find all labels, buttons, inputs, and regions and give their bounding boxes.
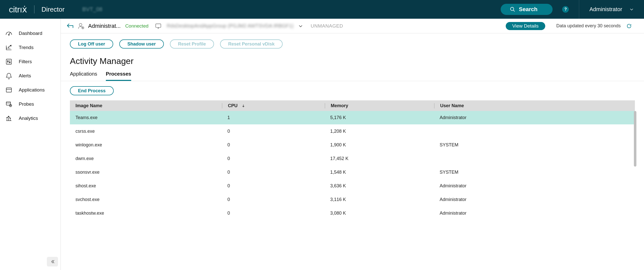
sidebar-item-label: Trends (19, 45, 33, 50)
cell-memory: 1,548 K (325, 170, 434, 175)
cell-user: Administrator (434, 183, 635, 189)
page-title: Activity Manager (61, 55, 644, 66)
col-cpu-label: CPU (228, 103, 238, 108)
cell-memory: 17,452 K (325, 156, 434, 161)
cell-cpu: 0 (222, 211, 325, 216)
sidebar-item-alerts[interactable]: Alerts (0, 69, 61, 83)
cell-memory: 3,116 K (325, 197, 434, 202)
chevron-down-icon (629, 7, 634, 12)
user-menu[interactable]: Administrator (579, 0, 644, 19)
svg-rect-4 (6, 88, 12, 92)
sidebar-item-probes[interactable]: Probes (0, 97, 61, 111)
search-label: Search (519, 6, 537, 13)
session-actions: Log Off user Shadow user Reset Profile R… (61, 33, 644, 55)
col-cpu[interactable]: CPU (222, 103, 325, 108)
cell-image: dwm.exe (70, 156, 222, 161)
sidebar-item-applications[interactable]: Applications (0, 83, 61, 97)
sidebar-item-label: Dashboard (19, 31, 42, 36)
resource-chevron[interactable] (298, 24, 303, 29)
process-table: Image Name CPU Memory User Name Teams.ex… (70, 100, 635, 220)
table-row[interactable]: winlogon.exe01,900 KSYSTEM (70, 138, 635, 152)
cell-image: csrss.exe (70, 129, 222, 134)
view-details-button[interactable]: View Details (506, 22, 545, 30)
table-row[interactable]: ssonsvr.exe01,548 KSYSTEM (70, 166, 635, 179)
cell-memory: 5,176 K (325, 115, 434, 120)
brand-divider (34, 5, 34, 13)
sidebar-item-label: Filters (19, 59, 32, 64)
search-button[interactable]: Search (501, 4, 553, 15)
col-user[interactable]: User Name (434, 103, 635, 108)
cell-memory: 1,208 K (325, 129, 434, 134)
brand-logo: citrıẋ (9, 4, 27, 14)
search-icon (510, 7, 515, 12)
reset-profile-button: Reset Profile (170, 39, 214, 49)
table-header: Image Name CPU Memory User Name (70, 100, 635, 111)
monitor-icon (152, 23, 162, 29)
user-icon (77, 22, 85, 30)
refresh-button[interactable] (626, 23, 632, 29)
svg-point-10 (79, 23, 82, 26)
context-ribbon: Administrat... Connected RdsDesktopAndAp… (61, 19, 644, 33)
cell-memory: 3,636 K (325, 183, 434, 189)
help-button[interactable]: ? (562, 6, 569, 13)
cell-user: SYSTEM (434, 142, 635, 148)
cell-image: taskhostw.exe (70, 211, 222, 216)
col-image[interactable]: Image Name (70, 103, 222, 108)
cell-cpu: 0 (222, 142, 325, 148)
cell-image: winlogon.exe (70, 142, 222, 148)
svg-rect-12 (156, 24, 161, 27)
tab-processes[interactable]: Processes (106, 71, 131, 81)
cell-image: Teams.exe (70, 115, 222, 120)
probes-icon (5, 100, 13, 108)
sidebar-item-dashboard[interactable]: Dashboard (0, 26, 61, 40)
logoff-button[interactable]: Log Off user (70, 39, 113, 49)
main: Administrat... Connected RdsDesktopAndAp… (61, 19, 644, 270)
sidebar-item-analytics[interactable]: Analytics (0, 111, 61, 125)
sidebar-item-filters[interactable]: Filters (0, 55, 61, 69)
cell-cpu: 0 (222, 129, 325, 134)
table-row[interactable]: svchost.exe03,116 KAdministrator (70, 193, 635, 207)
app-name: Director (42, 6, 65, 13)
cell-cpu: 0 (222, 183, 325, 189)
shadow-button[interactable]: Shadow user (119, 39, 164, 49)
tenant-blur: BVT_08 (82, 6, 103, 13)
resource-name-blur: RdsDesktopAndAppGroup (PGJM2 AWTSVDA IRB… (167, 23, 294, 29)
sidebar-item-label: Applications (19, 87, 45, 93)
table-row[interactable]: sihost.exe03,636 KAdministrator (70, 179, 635, 193)
cell-image: sihost.exe (70, 183, 222, 189)
cell-cpu: 0 (222, 197, 325, 202)
reset-pvd-button: Reset Personal vDisk (220, 39, 283, 49)
cell-cpu: 0 (222, 170, 325, 175)
sidebar-item-label: Probes (19, 101, 34, 107)
end-process-button[interactable]: End Process (70, 86, 114, 95)
cell-cpu: 0 (222, 156, 325, 161)
trends-icon (5, 44, 13, 51)
sidebar-collapse[interactable] (47, 257, 58, 266)
cell-memory: 3,080 K (325, 211, 434, 216)
table-row[interactable]: Teams.exe15,176 KAdministrator (70, 111, 635, 125)
sidebar-item-trends[interactable]: Trends (0, 40, 61, 55)
cell-memory: 1,900 K (325, 142, 434, 148)
update-interval: Data updated every 30 seconds (556, 23, 621, 29)
chevron-left-icon (50, 259, 55, 264)
cell-user: SYSTEM (434, 170, 635, 175)
table-row[interactable]: dwm.exe017,452 K (70, 152, 635, 166)
back-button[interactable] (66, 23, 74, 29)
alerts-icon (5, 72, 13, 80)
sidebar: Dashboard Trends Filters Alerts Applicat… (0, 19, 61, 270)
topbar: citrıẋ Director BVT_08 Search ? Administ… (0, 0, 644, 19)
cell-image: svchost.exe (70, 197, 222, 202)
filters-icon (5, 58, 13, 65)
sidebar-item-label: Alerts (19, 73, 31, 79)
col-memory[interactable]: Memory (325, 103, 434, 108)
table-row[interactable]: csrss.exe01,208 K (70, 125, 635, 138)
session-status: Connected (125, 23, 148, 29)
cell-cpu: 1 (222, 115, 325, 120)
dashboard-icon (5, 30, 13, 37)
tabs: Applications Processes (61, 67, 644, 81)
analytics-icon (5, 115, 13, 122)
tab-applications[interactable]: Applications (70, 71, 97, 81)
table-row[interactable]: taskhostw.exe03,080 KAdministrator (70, 207, 635, 220)
scrollbar[interactable] (634, 111, 636, 167)
current-user: Administrator (589, 6, 622, 13)
